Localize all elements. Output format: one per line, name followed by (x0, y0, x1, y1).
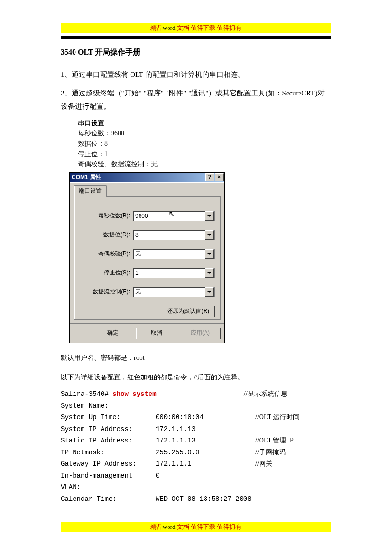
apply-button[interactable]: 应用(A) (180, 328, 221, 339)
cli-key: In-band-management VLAN: (61, 470, 156, 493)
dialog-titlebar[interactable]: COM1 属性 ? × (70, 173, 224, 182)
chevron-down-icon[interactable] (205, 268, 214, 278)
banner-word-b: word (163, 523, 176, 530)
cli-comment: //网关 (255, 458, 331, 470)
combo-stop-value: 1 (135, 270, 139, 276)
serial-baud: 每秒位数：9600 (78, 128, 331, 139)
combo-stop[interactable]: 1 (133, 268, 215, 278)
page-title: 3540 OLT 开局操作手册 (61, 47, 331, 57)
cli-line: System Up Time:000:00:10:04//OLT 运行时间 (61, 412, 331, 423)
cli-line: System Name: (61, 400, 331, 412)
combo-parity[interactable]: 无 (133, 249, 215, 259)
tab-strip: 端口设置 (74, 187, 221, 196)
banner-word: word (163, 24, 176, 31)
row-data: 数据位(D): 8 (80, 230, 215, 240)
label-data: 数据位(D): (80, 231, 133, 239)
cli-comment: //子网掩码 (255, 447, 331, 459)
chevron-down-icon[interactable] (205, 211, 214, 221)
tab-panel: 每秒位数(B): 9600 数据位(D): 8 奇偶校验(P): (74, 196, 221, 320)
banner-dash-right-b: ---------------------------------- (242, 523, 311, 530)
combo-flow-value: 无 (135, 288, 141, 296)
chevron-down-icon[interactable] (205, 230, 214, 240)
cli-comment (255, 470, 331, 493)
cli-line: In-band-management VLAN:0 (61, 470, 331, 493)
cli-line: System IP Address:172.1.1.13 (61, 423, 331, 435)
after-dialog-block: 默认用户名、密码都是：root 以下为详细设备配置，红色加粗的都是命令，//后面… (61, 352, 331, 384)
row-parity: 奇偶校验(P): 无 (80, 249, 215, 259)
cli-line: IP Netmask:255.255.0.0//子网掩码 (61, 447, 331, 459)
hr-thick (61, 36, 331, 38)
cli-value: WED OCT 08 13:58:27 2008 (156, 493, 255, 505)
cli-comment: //OLT 管理 IP (255, 435, 331, 447)
banner-dash-right: ---------------------------------- (242, 24, 311, 31)
dialog-body: 端口设置 每秒位数(B): 9600 数据位(D): 8 (70, 182, 224, 323)
combo-data-value: 8 (135, 232, 139, 238)
cli-line: Static IP Address:172.1.1.13//OLT 管理 IP (61, 435, 331, 447)
combo-flow[interactable]: 无 (133, 287, 215, 297)
label-stop: 停止位(S): (80, 269, 133, 277)
banner-dash-left-b: ---------------------------------- (81, 523, 150, 530)
row-flow: 数据流控制(F): 无 (80, 287, 215, 297)
cancel-button[interactable]: 取消 (136, 328, 177, 339)
serial-stop: 停止位：1 (78, 149, 331, 160)
cli-command: show system (112, 390, 156, 398)
com1-dialog: COM1 属性 ? × 端口设置 每秒位数(B): 9600 数据位(D): (69, 172, 225, 343)
cursor-icon: ↖ (168, 209, 176, 219)
intro-p2: 2、通过超级终端（"开始"-"程序"-"附件"-"通讯"）或其它配置工具(如：S… (61, 86, 331, 113)
combo-parity-value: 无 (135, 250, 141, 258)
intro-p1: 1、通过串口配置线将 OLT 的配置口和计算机的串口相连。 (61, 68, 331, 82)
tab-port-settings[interactable]: 端口设置 (74, 185, 107, 197)
cli-key: Gateway IP Address: (61, 458, 156, 470)
close-button[interactable]: × (215, 173, 224, 181)
cli-key: System Name: (61, 400, 156, 412)
cli-key: System IP Address: (61, 423, 156, 435)
chevron-down-icon[interactable] (205, 287, 214, 297)
cli-key: IP Netmask: (61, 447, 156, 459)
cli-value (156, 400, 255, 412)
cli-value: 172.1.1.1 (156, 458, 255, 470)
chevron-down-icon[interactable] (205, 249, 214, 259)
cli-comment (255, 400, 331, 412)
cli-value: 000:00:10:04 (156, 412, 255, 423)
banner-suffix-b: 文档 值得下载 值得拥有 (175, 523, 242, 530)
dialog-title: COM1 属性 (72, 173, 205, 181)
cli-line: Gateway IP Address:172.1.1.1//网关 (61, 458, 331, 470)
cli-value: 0 (156, 470, 255, 493)
cli-comment (255, 493, 331, 505)
banner-dash-left: ---------------------------------- (81, 24, 150, 31)
cli-value: 255.255.0.0 (156, 447, 255, 459)
label-flow: 数据流控制(F): (80, 288, 133, 296)
bottom-banner: ----------------------------------精品word… (61, 522, 331, 532)
row-stop: 停止位(S): 1 (80, 268, 215, 278)
label-baud: 每秒位数(B): (80, 212, 133, 220)
restore-defaults-button[interactable]: 还原为默认值(R) (162, 306, 215, 317)
cli-key: Static IP Address: (61, 435, 156, 447)
cli-prompt: Salira-3540# (61, 390, 112, 398)
help-button[interactable]: ? (205, 173, 214, 181)
banner-prefix-b: 精品 (150, 523, 163, 530)
cli-comment (255, 423, 331, 435)
combo-data[interactable]: 8 (133, 230, 215, 240)
serial-settings: 串口设置 每秒位数：9600 数据位：8 停止位：1 奇偶校验、数据流控制：无 (78, 118, 331, 169)
row-baud: 每秒位数(B): 9600 (80, 211, 215, 221)
restore-row: 还原为默认值(R) (80, 306, 215, 317)
cli-value: 172.1.1.13 (156, 435, 255, 447)
cli-line: Calendar Time:WED OCT 08 13:58:27 2008 (61, 493, 331, 505)
combo-baud-value: 9600 (135, 213, 148, 219)
serial-heading: 串口设置 (78, 118, 331, 129)
config-intro: 以下为详细设备配置，红色加粗的都是命令，//后面的为注释。 (61, 371, 331, 384)
cli-block: Salira-3540# show system //显示系统信息 System… (61, 388, 331, 505)
default-cred: 默认用户名、密码都是：root (61, 352, 331, 365)
cli-key: System Up Time: (61, 412, 156, 423)
ok-button[interactable]: 确定 (93, 328, 133, 339)
label-parity: 奇偶校验(P): (80, 250, 133, 258)
cli-key: Calendar Time: (61, 493, 156, 505)
serial-data: 数据位：8 (78, 139, 331, 149)
cli-cmd-line: Salira-3540# show system //显示系统信息 (61, 388, 331, 400)
banner-suffix: 文档 值得下载 值得拥有 (175, 24, 242, 31)
serial-parity: 奇偶校验、数据流控制：无 (78, 159, 331, 169)
dialog-buttons: 确定 取消 应用(A) (70, 323, 224, 343)
cli-value: 172.1.1.13 (156, 423, 255, 435)
top-banner: ----------------------------------精品word… (61, 23, 331, 33)
cli-comment: //OLT 运行时间 (255, 412, 331, 423)
